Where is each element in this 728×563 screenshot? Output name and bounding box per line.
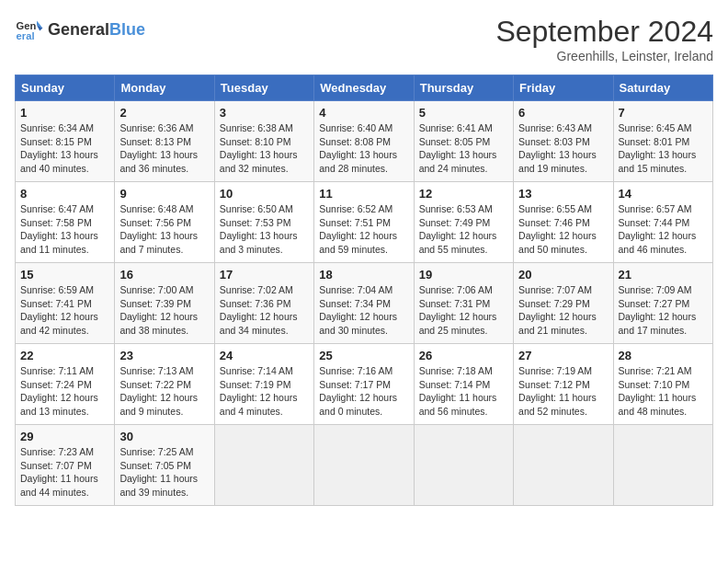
calendar-cell: 10 Sunrise: 6:50 AMSunset: 7:53 PMDaylig… <box>214 182 313 263</box>
day-number: 6 <box>518 106 608 120</box>
calendar-cell: 7 Sunrise: 6:45 AMSunset: 8:01 PMDayligh… <box>613 101 712 182</box>
calendar: SundayMondayTuesdayWednesdayThursdayFrid… <box>15 75 713 506</box>
calendar-cell: 3 Sunrise: 6:38 AMSunset: 8:10 PMDayligh… <box>214 101 313 182</box>
calendar-cell: 30 Sunrise: 7:25 AMSunset: 7:05 PMDaylig… <box>115 425 214 506</box>
page-header: Gen eral GeneralBlue September 2024 Gree… <box>15 15 713 63</box>
day-info: Sunrise: 6:57 AMSunset: 7:44 PMDaylight:… <box>619 202 708 257</box>
day-info: Sunrise: 7:14 AMSunset: 7:19 PMDaylight:… <box>220 364 309 419</box>
calendar-cell: 2 Sunrise: 6:36 AMSunset: 8:13 PMDayligh… <box>115 101 214 182</box>
calendar-cell <box>214 425 313 506</box>
day-info: Sunrise: 6:52 AMSunset: 7:51 PMDaylight:… <box>319 202 408 257</box>
day-info: Sunrise: 7:19 AMSunset: 7:12 PMDaylight:… <box>518 364 608 419</box>
day-info: Sunrise: 7:04 AMSunset: 7:34 PMDaylight:… <box>319 283 408 338</box>
day-info: Sunrise: 6:38 AMSunset: 8:10 PMDaylight:… <box>220 121 309 176</box>
day-info: Sunrise: 7:13 AMSunset: 7:22 PMDaylight:… <box>119 364 209 419</box>
calendar-cell: 20 Sunrise: 7:07 AMSunset: 7:29 PMDaylig… <box>514 263 613 344</box>
title-area: September 2024 Greenhills, Leinster, Ire… <box>495 15 713 63</box>
day-number: 27 <box>518 349 608 362</box>
day-number: 21 <box>619 268 708 282</box>
calendar-cell: 21 Sunrise: 7:09 AMSunset: 7:27 PMDaylig… <box>613 263 712 344</box>
calendar-cell: 23 Sunrise: 7:13 AMSunset: 7:22 PMDaylig… <box>115 344 214 425</box>
day-info: Sunrise: 7:07 AMSunset: 7:29 PMDaylight:… <box>518 283 608 338</box>
day-header-saturday: Saturday <box>613 75 712 101</box>
day-number: 12 <box>419 187 508 201</box>
day-info: Sunrise: 6:45 AMSunset: 8:01 PMDaylight:… <box>619 121 708 176</box>
day-header-wednesday: Wednesday <box>314 75 414 101</box>
day-info: Sunrise: 7:00 AMSunset: 7:39 PMDaylight:… <box>119 283 209 338</box>
calendar-cell: 28 Sunrise: 7:21 AMSunset: 7:10 PMDaylig… <box>613 344 712 425</box>
calendar-cell: 5 Sunrise: 6:41 AMSunset: 8:05 PMDayligh… <box>414 101 513 182</box>
day-info: Sunrise: 7:09 AMSunset: 7:27 PMDaylight:… <box>619 283 708 338</box>
calendar-cell: 6 Sunrise: 6:43 AMSunset: 8:03 PMDayligh… <box>514 101 613 182</box>
day-number: 7 <box>619 106 708 120</box>
day-info: Sunrise: 6:40 AMSunset: 8:08 PMDaylight:… <box>319 121 408 176</box>
day-number: 4 <box>319 106 408 120</box>
calendar-week-3: 15 Sunrise: 6:59 AMSunset: 7:41 PMDaylig… <box>16 263 713 344</box>
day-info: Sunrise: 6:43 AMSunset: 8:03 PMDaylight:… <box>518 121 608 176</box>
calendar-cell: 22 Sunrise: 7:11 AMSunset: 7:24 PMDaylig… <box>16 344 115 425</box>
calendar-cell <box>514 425 613 506</box>
day-number: 22 <box>20 349 109 362</box>
day-number: 20 <box>518 268 608 282</box>
calendar-cell: 11 Sunrise: 6:52 AMSunset: 7:51 PMDaylig… <box>314 182 414 263</box>
calendar-header-row: SundayMondayTuesdayWednesdayThursdayFrid… <box>16 75 713 101</box>
day-number: 23 <box>119 349 209 362</box>
day-info: Sunrise: 7:06 AMSunset: 7:31 PMDaylight:… <box>419 283 508 338</box>
logo: Gen eral GeneralBlue <box>15 15 145 44</box>
day-info: Sunrise: 7:18 AMSunset: 7:14 PMDaylight:… <box>419 364 508 419</box>
day-number: 2 <box>119 106 209 120</box>
day-info: Sunrise: 6:47 AMSunset: 7:58 PMDaylight:… <box>20 202 109 257</box>
day-info: Sunrise: 6:41 AMSunset: 8:05 PMDaylight:… <box>419 121 508 176</box>
location: Greenhills, Leinster, Ireland <box>495 49 713 63</box>
day-number: 29 <box>20 430 109 443</box>
day-number: 10 <box>220 187 309 201</box>
day-header-thursday: Thursday <box>414 75 513 101</box>
day-info: Sunrise: 7:11 AMSunset: 7:24 PMDaylight:… <box>20 364 109 419</box>
calendar-cell: 12 Sunrise: 6:53 AMSunset: 7:49 PMDaylig… <box>414 182 513 263</box>
day-number: 14 <box>619 187 708 201</box>
month-title: September 2024 <box>495 15 713 49</box>
calendar-cell: 16 Sunrise: 7:00 AMSunset: 7:39 PMDaylig… <box>115 263 214 344</box>
day-number: 25 <box>319 349 408 362</box>
day-number: 19 <box>419 268 508 282</box>
day-number: 13 <box>518 187 608 201</box>
calendar-cell: 26 Sunrise: 7:18 AMSunset: 7:14 PMDaylig… <box>414 344 513 425</box>
day-header-friday: Friday <box>514 75 613 101</box>
day-number: 17 <box>220 268 309 282</box>
calendar-cell: 14 Sunrise: 6:57 AMSunset: 7:44 PMDaylig… <box>613 182 712 263</box>
day-info: Sunrise: 7:25 AMSunset: 7:05 PMDaylight:… <box>119 445 209 500</box>
calendar-cell: 8 Sunrise: 6:47 AMSunset: 7:58 PMDayligh… <box>16 182 115 263</box>
calendar-cell <box>613 425 712 506</box>
calendar-cell: 9 Sunrise: 6:48 AMSunset: 7:56 PMDayligh… <box>115 182 214 263</box>
calendar-cell: 24 Sunrise: 7:14 AMSunset: 7:19 PMDaylig… <box>214 344 313 425</box>
calendar-week-1: 1 Sunrise: 6:34 AMSunset: 8:15 PMDayligh… <box>16 101 713 182</box>
day-info: Sunrise: 7:21 AMSunset: 7:10 PMDaylight:… <box>619 364 708 419</box>
day-number: 16 <box>119 268 209 282</box>
day-info: Sunrise: 6:55 AMSunset: 7:46 PMDaylight:… <box>518 202 608 257</box>
day-info: Sunrise: 6:48 AMSunset: 7:56 PMDaylight:… <box>119 202 209 257</box>
day-number: 9 <box>119 187 209 201</box>
day-number: 28 <box>619 349 708 362</box>
calendar-cell <box>314 425 414 506</box>
day-number: 5 <box>419 106 508 120</box>
day-header-tuesday: Tuesday <box>214 75 313 101</box>
logo-text-blue: Blue <box>109 20 145 39</box>
day-info: Sunrise: 7:16 AMSunset: 7:17 PMDaylight:… <box>319 364 408 419</box>
day-number: 30 <box>119 430 209 443</box>
day-number: 11 <box>319 187 408 201</box>
svg-text:eral: eral <box>17 30 35 41</box>
day-number: 1 <box>20 106 109 120</box>
calendar-cell: 15 Sunrise: 6:59 AMSunset: 7:41 PMDaylig… <box>16 263 115 344</box>
day-number: 8 <box>20 187 109 201</box>
calendar-cell: 29 Sunrise: 7:23 AMSunset: 7:07 PMDaylig… <box>16 425 115 506</box>
day-number: 3 <box>220 106 309 120</box>
calendar-cell: 1 Sunrise: 6:34 AMSunset: 8:15 PMDayligh… <box>16 101 115 182</box>
day-info: Sunrise: 6:53 AMSunset: 7:49 PMDaylight:… <box>419 202 508 257</box>
calendar-cell: 13 Sunrise: 6:55 AMSunset: 7:46 PMDaylig… <box>514 182 613 263</box>
calendar-week-2: 8 Sunrise: 6:47 AMSunset: 7:58 PMDayligh… <box>16 182 713 263</box>
day-header-monday: Monday <box>115 75 214 101</box>
calendar-cell: 27 Sunrise: 7:19 AMSunset: 7:12 PMDaylig… <box>514 344 613 425</box>
logo-text-general: General <box>48 20 109 39</box>
calendar-cell: 19 Sunrise: 7:06 AMSunset: 7:31 PMDaylig… <box>414 263 513 344</box>
calendar-cell: 25 Sunrise: 7:16 AMSunset: 7:17 PMDaylig… <box>314 344 414 425</box>
